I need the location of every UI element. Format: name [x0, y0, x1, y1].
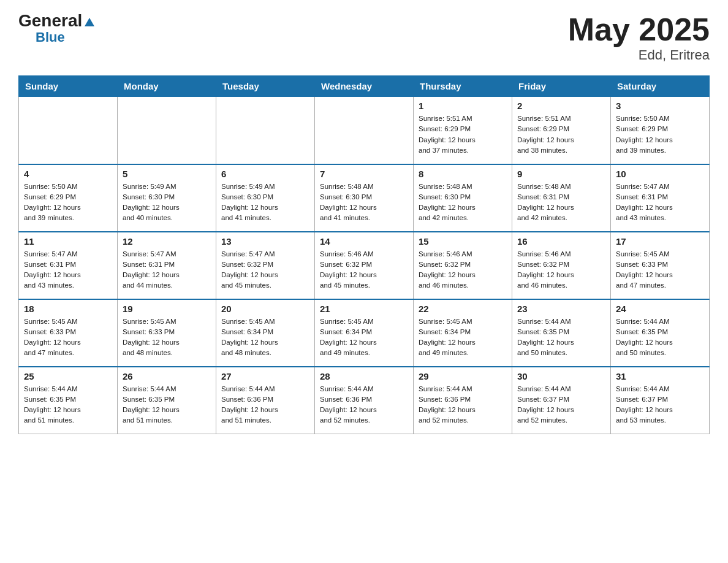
table-row: 30Sunrise: 5:44 AM Sunset: 6:37 PM Dayli…	[512, 367, 611, 434]
table-row: 4Sunrise: 5:50 AM Sunset: 6:29 PM Daylig…	[19, 164, 118, 232]
day-number: 12	[123, 236, 211, 247]
header-saturday: Saturday	[611, 76, 710, 97]
day-number: 28	[320, 371, 408, 381]
logo-blue-text: Blue	[36, 31, 65, 44]
table-row: 28Sunrise: 5:44 AM Sunset: 6:36 PM Dayli…	[315, 367, 414, 434]
logo-triangle-icon	[84, 13, 95, 31]
day-info: Sunrise: 5:45 AM Sunset: 6:34 PM Dayligh…	[221, 316, 309, 359]
logo-general-text: General	[18, 12, 95, 31]
header-thursday: Thursday	[414, 76, 512, 97]
header-monday: Monday	[118, 76, 216, 97]
calendar-week-row: 4Sunrise: 5:50 AM Sunset: 6:29 PM Daylig…	[19, 164, 710, 232]
table-row: 27Sunrise: 5:44 AM Sunset: 6:36 PM Dayli…	[216, 367, 315, 434]
calendar-header-row: Sunday Monday Tuesday Wednesday Thursday…	[19, 76, 710, 97]
day-number: 15	[419, 236, 507, 247]
table-row: 13Sunrise: 5:47 AM Sunset: 6:32 PM Dayli…	[216, 232, 315, 299]
day-info: Sunrise: 5:47 AM Sunset: 6:31 PM Dayligh…	[123, 249, 211, 291]
day-info: Sunrise: 5:46 AM Sunset: 6:32 PM Dayligh…	[517, 249, 605, 291]
day-number: 4	[24, 169, 112, 179]
day-number: 13	[221, 236, 309, 247]
table-row: 24Sunrise: 5:44 AM Sunset: 6:35 PM Dayli…	[611, 299, 710, 367]
day-info: Sunrise: 5:47 AM Sunset: 6:31 PM Dayligh…	[616, 182, 704, 224]
day-info: Sunrise: 5:46 AM Sunset: 6:32 PM Dayligh…	[419, 249, 507, 291]
day-number: 6	[221, 169, 309, 179]
table-row	[315, 97, 414, 164]
day-info: Sunrise: 5:47 AM Sunset: 6:31 PM Dayligh…	[24, 249, 112, 291]
table-row: 2Sunrise: 5:51 AM Sunset: 6:29 PM Daylig…	[512, 97, 611, 164]
day-number: 7	[320, 169, 408, 179]
day-number: 11	[24, 236, 112, 247]
day-info: Sunrise: 5:44 AM Sunset: 6:37 PM Dayligh…	[517, 384, 605, 426]
day-info: Sunrise: 5:49 AM Sunset: 6:30 PM Dayligh…	[221, 182, 309, 224]
day-info: Sunrise: 5:44 AM Sunset: 6:35 PM Dayligh…	[517, 316, 605, 359]
day-info: Sunrise: 5:47 AM Sunset: 6:32 PM Dayligh…	[221, 249, 309, 291]
day-number: 1	[419, 101, 507, 111]
day-info: Sunrise: 5:45 AM Sunset: 6:33 PM Dayligh…	[616, 249, 704, 291]
day-number: 21	[320, 304, 408, 314]
day-info: Sunrise: 5:45 AM Sunset: 6:34 PM Dayligh…	[320, 316, 408, 359]
table-row	[19, 97, 118, 164]
page-title: May 2025	[568, 12, 710, 47]
day-info: Sunrise: 5:51 AM Sunset: 6:29 PM Dayligh…	[419, 113, 507, 156]
day-number: 26	[123, 371, 211, 381]
day-info: Sunrise: 5:48 AM Sunset: 6:30 PM Dayligh…	[320, 182, 408, 224]
day-number: 8	[419, 169, 507, 179]
table-row: 22Sunrise: 5:45 AM Sunset: 6:34 PM Dayli…	[414, 299, 512, 367]
day-number: 14	[320, 236, 408, 247]
day-info: Sunrise: 5:44 AM Sunset: 6:36 PM Dayligh…	[320, 384, 408, 426]
page-header: General Blue May 2025 Edd, Eritrea	[18, 12, 710, 63]
table-row: 8Sunrise: 5:48 AM Sunset: 6:30 PM Daylig…	[414, 164, 512, 232]
header-sunday: Sunday	[19, 76, 118, 97]
table-row	[118, 97, 216, 164]
calendar-table: Sunday Monday Tuesday Wednesday Thursday…	[18, 75, 710, 434]
day-number: 31	[616, 371, 704, 381]
day-info: Sunrise: 5:44 AM Sunset: 6:36 PM Dayligh…	[419, 384, 507, 426]
calendar-week-row: 11Sunrise: 5:47 AM Sunset: 6:31 PM Dayli…	[19, 232, 710, 299]
day-number: 27	[221, 371, 309, 381]
table-row: 16Sunrise: 5:46 AM Sunset: 6:32 PM Dayli…	[512, 232, 611, 299]
table-row: 25Sunrise: 5:44 AM Sunset: 6:35 PM Dayli…	[19, 367, 118, 434]
header-wednesday: Wednesday	[315, 76, 414, 97]
day-info: Sunrise: 5:44 AM Sunset: 6:36 PM Dayligh…	[221, 384, 309, 426]
day-info: Sunrise: 5:48 AM Sunset: 6:31 PM Dayligh…	[517, 182, 605, 224]
day-info: Sunrise: 5:44 AM Sunset: 6:35 PM Dayligh…	[24, 384, 112, 426]
day-info: Sunrise: 5:48 AM Sunset: 6:30 PM Dayligh…	[419, 182, 507, 224]
page-subtitle: Edd, Eritrea	[568, 47, 710, 63]
table-row: 10Sunrise: 5:47 AM Sunset: 6:31 PM Dayli…	[611, 164, 710, 232]
table-row: 18Sunrise: 5:45 AM Sunset: 6:33 PM Dayli…	[19, 299, 118, 367]
day-number: 25	[24, 371, 112, 381]
table-row: 7Sunrise: 5:48 AM Sunset: 6:30 PM Daylig…	[315, 164, 414, 232]
table-row	[216, 97, 315, 164]
calendar-week-row: 25Sunrise: 5:44 AM Sunset: 6:35 PM Dayli…	[19, 367, 710, 434]
day-number: 9	[517, 169, 605, 179]
svg-marker-0	[85, 18, 94, 26]
day-number: 16	[517, 236, 605, 247]
day-info: Sunrise: 5:44 AM Sunset: 6:35 PM Dayligh…	[123, 384, 211, 426]
day-info: Sunrise: 5:49 AM Sunset: 6:30 PM Dayligh…	[123, 182, 211, 224]
day-number: 5	[123, 169, 211, 179]
table-row: 6Sunrise: 5:49 AM Sunset: 6:30 PM Daylig…	[216, 164, 315, 232]
table-row: 12Sunrise: 5:47 AM Sunset: 6:31 PM Dayli…	[118, 232, 216, 299]
table-row: 11Sunrise: 5:47 AM Sunset: 6:31 PM Dayli…	[19, 232, 118, 299]
table-row: 1Sunrise: 5:51 AM Sunset: 6:29 PM Daylig…	[414, 97, 512, 164]
day-number: 24	[616, 304, 704, 314]
day-number: 23	[517, 304, 605, 314]
day-number: 22	[419, 304, 507, 314]
table-row: 29Sunrise: 5:44 AM Sunset: 6:36 PM Dayli…	[414, 367, 512, 434]
table-row: 14Sunrise: 5:46 AM Sunset: 6:32 PM Dayli…	[315, 232, 414, 299]
day-info: Sunrise: 5:45 AM Sunset: 6:34 PM Dayligh…	[419, 316, 507, 359]
day-number: 3	[616, 101, 704, 111]
table-row: 9Sunrise: 5:48 AM Sunset: 6:31 PM Daylig…	[512, 164, 611, 232]
day-info: Sunrise: 5:44 AM Sunset: 6:37 PM Dayligh…	[616, 384, 704, 426]
day-info: Sunrise: 5:46 AM Sunset: 6:32 PM Dayligh…	[320, 249, 408, 291]
day-info: Sunrise: 5:45 AM Sunset: 6:33 PM Dayligh…	[24, 316, 112, 359]
title-block: May 2025 Edd, Eritrea	[568, 12, 710, 63]
table-row: 26Sunrise: 5:44 AM Sunset: 6:35 PM Dayli…	[118, 367, 216, 434]
calendar-week-row: 1Sunrise: 5:51 AM Sunset: 6:29 PM Daylig…	[19, 97, 710, 164]
logo: General Blue	[18, 12, 95, 44]
table-row: 3Sunrise: 5:50 AM Sunset: 6:29 PM Daylig…	[611, 97, 710, 164]
day-info: Sunrise: 5:50 AM Sunset: 6:29 PM Dayligh…	[24, 182, 112, 224]
day-info: Sunrise: 5:51 AM Sunset: 6:29 PM Dayligh…	[517, 113, 605, 156]
table-row: 15Sunrise: 5:46 AM Sunset: 6:32 PM Dayli…	[414, 232, 512, 299]
day-number: 10	[616, 169, 704, 179]
